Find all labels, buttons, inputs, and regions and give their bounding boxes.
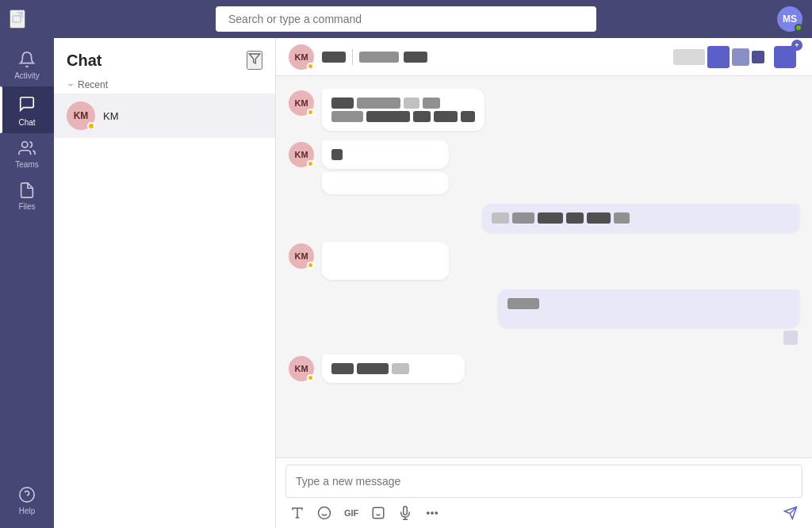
blurred-block	[587, 212, 611, 224]
msg-avatar-status	[307, 109, 314, 116]
avatar[interactable]: MS	[777, 6, 802, 32]
filter-icon	[248, 52, 261, 65]
outgoing-avatar-small	[783, 331, 798, 345]
message-bubble	[322, 354, 465, 383]
sidebar-item-files[interactable]: Files	[0, 175, 54, 217]
format-button[interactable]	[285, 503, 309, 523]
message-content	[322, 89, 485, 131]
sidebar-label-activity: Activity	[14, 71, 40, 80]
message-group-outgoing	[289, 204, 799, 232]
sidebar-label-chat: Chat	[18, 118, 35, 127]
blurred-line	[331, 98, 475, 109]
message-group: KM	[289, 354, 799, 383]
chevron-down-icon	[67, 81, 75, 89]
compose-input[interactable]	[296, 472, 792, 491]
more-button[interactable]	[420, 503, 444, 523]
sidebar: Activity Chat Teams	[0, 38, 54, 528]
chat-header-avatar: KM	[289, 44, 314, 70]
message-bubble	[322, 242, 449, 280]
sidebar-bottom: Help	[0, 480, 54, 522]
blurred-block	[614, 212, 630, 224]
blurred-block	[331, 98, 354, 109]
blurred-block	[461, 111, 475, 122]
audio-icon	[398, 506, 412, 520]
main-layout: Activity Chat Teams	[0, 38, 812, 528]
blurred-block	[392, 363, 409, 374]
blurred-block	[423, 98, 440, 109]
chat-section-recent[interactable]: Recent	[54, 76, 275, 94]
send-icon	[783, 506, 798, 520]
message-avatar: KM	[289, 90, 314, 116]
blurred-block	[357, 363, 389, 374]
sticker-button[interactable]	[366, 503, 390, 523]
blurred-block	[366, 111, 410, 122]
svg-point-14	[427, 512, 429, 514]
chat-header-name-blurred	[322, 49, 665, 65]
chat-item-status	[87, 122, 95, 130]
sticker-icon	[371, 506, 385, 520]
filter-button[interactable]	[247, 51, 262, 70]
format-icon	[290, 506, 304, 520]
emoji-icon	[317, 506, 331, 520]
message-group: KM	[289, 242, 799, 280]
blurred-block	[538, 212, 563, 224]
sidebar-item-chat[interactable]: Chat	[0, 86, 54, 133]
svg-point-8	[319, 507, 331, 519]
svg-point-2	[20, 488, 34, 502]
message-avatar: KM	[289, 356, 314, 381]
compose-input-wrapper[interactable]	[285, 465, 802, 498]
blurred-block	[331, 149, 343, 160]
blurred-block	[707, 46, 730, 68]
chat-list-item[interactable]: KM KM	[54, 94, 275, 138]
blurred-block	[322, 52, 346, 63]
files-icon	[18, 182, 36, 199]
blurred-block	[413, 111, 431, 122]
search-input[interactable]	[216, 6, 596, 32]
message-content	[498, 289, 799, 345]
send-button[interactable]	[779, 503, 802, 523]
blurred-block	[331, 363, 354, 374]
message-group-outgoing	[289, 289, 799, 345]
message-avatar: KM	[289, 243, 314, 269]
chat-list-title: Chat	[67, 52, 102, 70]
message-avatar: KM	[289, 142, 314, 167]
message-bubble	[322, 89, 485, 131]
blurred-block	[359, 52, 399, 63]
sidebar-item-teams[interactable]: Teams	[0, 133, 54, 175]
teams-icon	[18, 140, 36, 157]
gif-label: GIF	[344, 508, 358, 518]
chat-list-header: Chat	[54, 38, 275, 76]
blurred-block	[357, 98, 400, 109]
sidebar-label-teams: Teams	[15, 160, 38, 169]
emoji-button[interactable]	[312, 503, 336, 523]
blurred-block	[752, 51, 764, 63]
chat-header-actions: +	[673, 43, 799, 71]
chat-icon-bg	[16, 93, 38, 115]
blurred-block	[434, 111, 458, 122]
sidebar-item-help[interactable]: Help	[0, 480, 54, 522]
sidebar-label-help: Help	[19, 507, 36, 515]
sidebar-item-activity[interactable]: Activity	[0, 44, 54, 86]
gif-button[interactable]: GIF	[339, 505, 363, 521]
blurred-block	[673, 49, 705, 65]
chat-header-info	[322, 49, 665, 65]
blurred-block	[331, 111, 363, 122]
message-content	[322, 354, 465, 383]
notification-badge: +	[791, 40, 802, 51]
chat-item-name: KM	[103, 110, 262, 122]
header-more-button[interactable]: +	[771, 43, 799, 71]
chat-item-info: KM	[103, 110, 262, 122]
more-icon	[425, 506, 439, 520]
blurred-line	[331, 111, 475, 122]
messages-area[interactable]: KM	[276, 76, 812, 457]
blurred-line	[331, 363, 455, 374]
blurred-block	[404, 98, 419, 109]
external-link-icon[interactable]	[10, 10, 25, 29]
blurred-line	[331, 149, 439, 160]
audio-button[interactable]	[393, 503, 417, 523]
blurred-line	[508, 298, 790, 309]
svg-marker-4	[249, 54, 259, 63]
header-right-mosaic	[673, 46, 764, 68]
compose-area: GIF	[276, 457, 812, 528]
chat-header-initials: KM	[294, 52, 308, 62]
